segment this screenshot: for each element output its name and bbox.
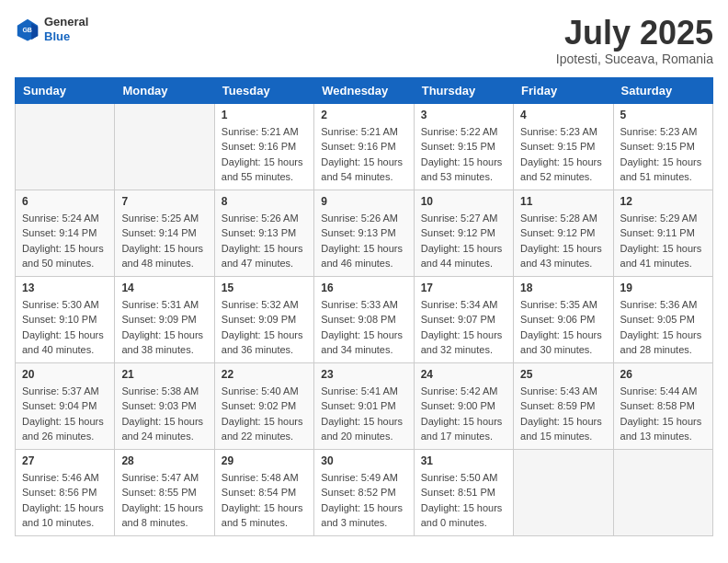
- day-info: Sunrise: 5:21 AMSunset: 9:16 PMDaylight:…: [222, 124, 307, 185]
- calendar-cell: 16Sunrise: 5:33 AMSunset: 9:08 PMDayligh…: [314, 276, 414, 362]
- calendar-cell: 28Sunrise: 5:47 AMSunset: 8:55 PMDayligh…: [115, 449, 214, 535]
- calendar-cell: 13Sunrise: 5:30 AMSunset: 9:10 PMDayligh…: [16, 276, 115, 362]
- day-number: 24: [421, 368, 506, 381]
- calendar-cell: [16, 103, 115, 190]
- day-number: 20: [22, 368, 108, 381]
- calendar-cell: 6Sunrise: 5:24 AMSunset: 9:14 PMDaylight…: [16, 190, 115, 276]
- day-number: 22: [222, 368, 307, 381]
- day-info: Sunrise: 5:21 AMSunset: 9:16 PMDaylight:…: [321, 124, 406, 185]
- calendar-cell: 4Sunrise: 5:23 AMSunset: 9:15 PMDaylight…: [514, 103, 613, 190]
- calendar-cell: 21Sunrise: 5:38 AMSunset: 9:03 PMDayligh…: [115, 362, 214, 449]
- day-number: 18: [520, 282, 606, 294]
- calendar-week-row: 13Sunrise: 5:30 AMSunset: 9:10 PMDayligh…: [16, 276, 713, 362]
- day-number: 30: [321, 454, 406, 467]
- calendar-cell: 11Sunrise: 5:28 AMSunset: 9:12 PMDayligh…: [514, 190, 613, 276]
- calendar-cell: [613, 449, 712, 535]
- day-info: Sunrise: 5:41 AMSunset: 9:01 PMDaylight:…: [321, 384, 406, 444]
- day-info: Sunrise: 5:23 AMSunset: 9:15 PMDaylight:…: [620, 124, 706, 185]
- calendar-header: SundayMondayTuesdayWednesdayThursdayFrid…: [16, 77, 713, 103]
- day-number: 29: [222, 454, 307, 467]
- calendar-cell: 5Sunrise: 5:23 AMSunset: 9:15 PMDaylight…: [613, 103, 712, 190]
- day-info: Sunrise: 5:38 AMSunset: 9:03 PMDaylight:…: [121, 384, 207, 444]
- calendar-cell: 23Sunrise: 5:41 AMSunset: 9:01 PMDayligh…: [314, 362, 414, 449]
- day-number: 19: [620, 282, 706, 294]
- day-number: 17: [421, 282, 506, 294]
- calendar-cell: [115, 103, 214, 190]
- day-number: 6: [22, 195, 108, 208]
- day-number: 21: [121, 368, 207, 381]
- day-number: 9: [321, 195, 406, 208]
- month-title: July 2025: [556, 15, 713, 52]
- day-info: Sunrise: 5:27 AMSunset: 9:12 PMDaylight:…: [421, 211, 506, 271]
- logo-icon: GB: [15, 17, 40, 42]
- calendar-cell: 24Sunrise: 5:42 AMSunset: 9:00 PMDayligh…: [414, 362, 513, 449]
- day-info: Sunrise: 5:48 AMSunset: 8:54 PMDaylight:…: [222, 470, 307, 531]
- day-number: 23: [321, 368, 406, 381]
- svg-text:GB: GB: [22, 26, 32, 32]
- calendar-cell: 10Sunrise: 5:27 AMSunset: 9:12 PMDayligh…: [414, 190, 513, 276]
- weekday-header-saturday: Saturday: [613, 77, 712, 103]
- weekday-header-monday: Monday: [115, 77, 214, 103]
- logo-blue-text: Blue: [44, 29, 88, 44]
- day-number: 4: [520, 109, 606, 121]
- day-number: 7: [121, 195, 207, 208]
- calendar-cell: 26Sunrise: 5:44 AMSunset: 8:58 PMDayligh…: [613, 362, 712, 449]
- day-number: 1: [222, 109, 307, 121]
- day-number: 8: [222, 195, 307, 208]
- day-number: 11: [520, 195, 606, 208]
- calendar-cell: 19Sunrise: 5:36 AMSunset: 9:05 PMDayligh…: [613, 276, 712, 362]
- day-info: Sunrise: 5:22 AMSunset: 9:15 PMDaylight:…: [421, 124, 506, 185]
- day-number: 10: [421, 195, 506, 208]
- calendar-cell: 7Sunrise: 5:25 AMSunset: 9:14 PMDaylight…: [115, 190, 214, 276]
- calendar-cell: 31Sunrise: 5:50 AMSunset: 8:51 PMDayligh…: [414, 449, 513, 535]
- weekday-header-row: SundayMondayTuesdayWednesdayThursdayFrid…: [16, 77, 713, 103]
- day-info: Sunrise: 5:49 AMSunset: 8:52 PMDaylight:…: [321, 470, 406, 531]
- weekday-header-friday: Friday: [514, 77, 613, 103]
- day-info: Sunrise: 5:37 AMSunset: 9:04 PMDaylight:…: [22, 384, 108, 444]
- day-info: Sunrise: 5:50 AMSunset: 8:51 PMDaylight:…: [421, 470, 506, 531]
- day-info: Sunrise: 5:36 AMSunset: 9:05 PMDaylight:…: [620, 297, 706, 358]
- day-info: Sunrise: 5:34 AMSunset: 9:07 PMDaylight:…: [421, 297, 506, 358]
- calendar-cell: 1Sunrise: 5:21 AMSunset: 9:16 PMDaylight…: [214, 103, 313, 190]
- day-number: 28: [121, 454, 207, 467]
- calendar-cell: 18Sunrise: 5:35 AMSunset: 9:06 PMDayligh…: [514, 276, 613, 362]
- calendar-cell: 20Sunrise: 5:37 AMSunset: 9:04 PMDayligh…: [16, 362, 115, 449]
- day-number: 25: [520, 368, 606, 381]
- calendar-week-row: 20Sunrise: 5:37 AMSunset: 9:04 PMDayligh…: [16, 362, 713, 449]
- day-number: 27: [22, 454, 108, 467]
- weekday-header-sunday: Sunday: [16, 77, 115, 103]
- weekday-header-tuesday: Tuesday: [214, 77, 313, 103]
- logo: GB General Blue: [15, 15, 88, 43]
- weekday-header-wednesday: Wednesday: [314, 77, 414, 103]
- calendar-cell: 9Sunrise: 5:26 AMSunset: 9:13 PMDaylight…: [314, 190, 414, 276]
- logo-text: General Blue: [44, 15, 88, 43]
- day-number: 31: [421, 454, 506, 467]
- day-info: Sunrise: 5:43 AMSunset: 8:59 PMDaylight:…: [520, 384, 606, 444]
- calendar-cell: 3Sunrise: 5:22 AMSunset: 9:15 PMDaylight…: [414, 103, 513, 190]
- calendar-cell: 27Sunrise: 5:46 AMSunset: 8:56 PMDayligh…: [16, 449, 115, 535]
- day-number: 26: [620, 368, 706, 381]
- day-number: 14: [121, 282, 207, 294]
- calendar-cell: 12Sunrise: 5:29 AMSunset: 9:11 PMDayligh…: [613, 190, 712, 276]
- day-info: Sunrise: 5:33 AMSunset: 9:08 PMDaylight:…: [321, 297, 406, 358]
- day-number: 3: [421, 109, 506, 121]
- day-info: Sunrise: 5:23 AMSunset: 9:15 PMDaylight:…: [520, 124, 606, 185]
- day-info: Sunrise: 5:35 AMSunset: 9:06 PMDaylight:…: [520, 297, 606, 358]
- day-number: 5: [620, 109, 706, 121]
- calendar-cell: 30Sunrise: 5:49 AMSunset: 8:52 PMDayligh…: [314, 449, 414, 535]
- calendar-body: 1Sunrise: 5:21 AMSunset: 9:16 PMDaylight…: [16, 103, 713, 535]
- day-number: 16: [321, 282, 406, 294]
- calendar-cell: 15Sunrise: 5:32 AMSunset: 9:09 PMDayligh…: [214, 276, 313, 362]
- day-info: Sunrise: 5:47 AMSunset: 8:55 PMDaylight:…: [121, 470, 207, 531]
- day-info: Sunrise: 5:44 AMSunset: 8:58 PMDaylight:…: [620, 384, 706, 444]
- calendar-week-row: 27Sunrise: 5:46 AMSunset: 8:56 PMDayligh…: [16, 449, 713, 535]
- day-info: Sunrise: 5:26 AMSunset: 9:13 PMDaylight:…: [321, 211, 406, 271]
- day-info: Sunrise: 5:28 AMSunset: 9:12 PMDaylight:…: [520, 211, 606, 271]
- day-number: 13: [22, 282, 108, 294]
- day-info: Sunrise: 5:25 AMSunset: 9:14 PMDaylight:…: [121, 211, 207, 271]
- day-info: Sunrise: 5:40 AMSunset: 9:02 PMDaylight:…: [222, 384, 307, 444]
- page-header: GB General Blue July 2025 Ipotesti, Suce…: [15, 15, 713, 66]
- calendar-cell: 8Sunrise: 5:26 AMSunset: 9:13 PMDaylight…: [214, 190, 313, 276]
- weekday-header-thursday: Thursday: [414, 77, 513, 103]
- calendar-cell: 22Sunrise: 5:40 AMSunset: 9:02 PMDayligh…: [214, 362, 313, 449]
